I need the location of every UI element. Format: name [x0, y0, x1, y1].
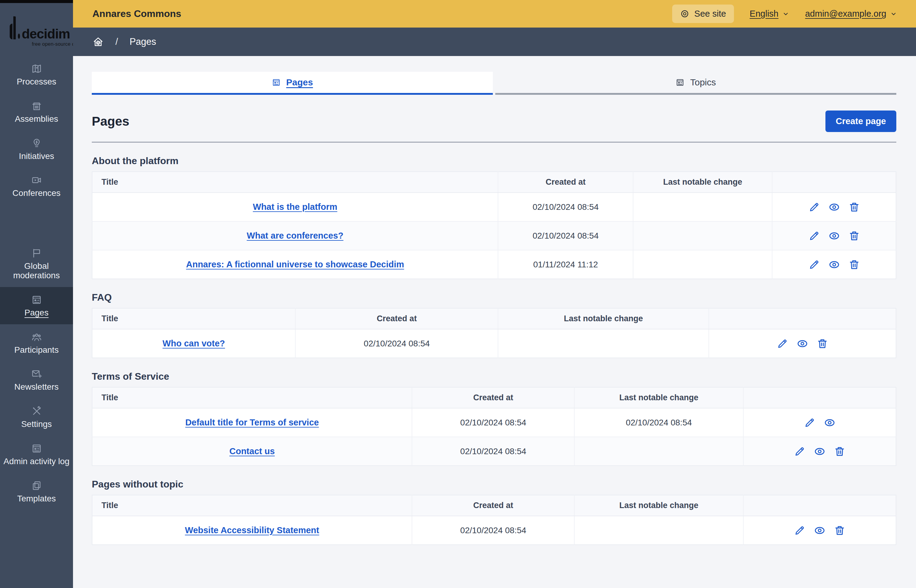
preview-button[interactable] [828, 201, 840, 213]
table-row: Who can vote? 02/10/2024 08:54 [92, 329, 896, 358]
column-header-last-notable-change: Last notable change [633, 172, 772, 192]
user-account-menu[interactable]: admin@example.org [805, 9, 897, 19]
breadcrumb: / Pages [73, 27, 916, 56]
create-page-button[interactable]: Create page [825, 110, 896, 132]
column-header-actions [709, 308, 896, 329]
edit-button[interactable] [808, 201, 820, 213]
see-site-button[interactable]: See site [672, 5, 734, 23]
home-gear-icon[interactable] [92, 36, 104, 48]
sidebar-item-conferences[interactable]: Conferences [0, 168, 73, 205]
pages-table-about-the-platform: Title Created at Last notable change Wha… [92, 171, 896, 279]
edit-button[interactable] [776, 338, 788, 350]
pages-table-faq: Title Created at Last notable change Who… [92, 308, 896, 358]
section-title-terms-of-service: Terms of Service [92, 371, 896, 382]
tab-pages[interactable]: Pages [92, 72, 493, 95]
chevron-down-icon [782, 10, 790, 18]
section-title-pages-without-topic: Pages without topic [92, 479, 896, 490]
sidebar-item-global-moderations[interactable]: Global moderations [0, 241, 73, 287]
edit-button[interactable] [808, 258, 820, 271]
column-header-created-at: Created at [295, 308, 498, 329]
edit-button[interactable] [808, 230, 820, 242]
sidebar-item-participants[interactable]: Participants [0, 324, 73, 362]
table-header-row: Title Created at Last notable change [92, 308, 896, 329]
edit-button[interactable] [794, 524, 806, 536]
organization-name: Annares Commons [92, 8, 181, 19]
last-notable-change-cell [633, 250, 772, 279]
preview-button[interactable] [828, 230, 840, 242]
language-selector[interactable]: English [750, 9, 790, 19]
sidebar-item-assemblies[interactable]: Assemblies [0, 93, 73, 131]
file-copy-icon [31, 480, 42, 491]
preview-button[interactable] [824, 417, 836, 429]
tab-topics[interactable]: Topics [495, 72, 896, 95]
table-header-row: Title Created at Last notable change [92, 387, 896, 408]
page-link[interactable]: Contact us [229, 446, 275, 456]
delete-button[interactable] [848, 230, 860, 242]
sidebar-menu-primary: Processes Assemblies Initiatives Confere… [0, 56, 73, 205]
decidim-logo[interactable]: decidim free open-source democracy [0, 3, 73, 56]
column-header-title: Title [92, 495, 412, 516]
preview-button[interactable] [814, 445, 826, 457]
decidim-admin-app: decidim free open-source democracy Proce… [0, 0, 916, 588]
table-row: Contact us 02/10/2024 08:54 [92, 437, 896, 466]
last-notable-change-cell [575, 437, 743, 466]
topbar: Annares Commons See site English admin@e… [73, 0, 916, 27]
last-notable-change-cell [633, 192, 772, 221]
logo-wordmark: decidim [22, 29, 70, 39]
column-header-created-at: Created at [412, 387, 575, 408]
table-header-row: Title Created at Last notable change [92, 495, 896, 516]
content-area: Pages Topics Pages Create page About the… [73, 56, 916, 588]
page-link[interactable]: Default title for Terms of service [185, 418, 319, 427]
logo-glyph-ascender [13, 16, 16, 39]
created-at-cell: 02/10/2024 08:54 [412, 516, 575, 545]
sidebar-item-initiatives[interactable]: Initiatives [0, 131, 73, 168]
sidebar-menu-secondary: Global moderations Pages Participants Ne… [0, 241, 73, 510]
delete-button[interactable] [833, 445, 846, 457]
article-window-icon [31, 294, 42, 305]
page-link[interactable]: Website Accessibility Statement [185, 525, 319, 535]
created-at-cell: 02/10/2024 08:54 [295, 329, 498, 358]
page-link[interactable]: Annares: A fictionnal universe to showca… [186, 260, 404, 269]
delete-button[interactable] [816, 338, 829, 350]
column-header-title: Title [92, 387, 412, 408]
edit-button[interactable] [794, 445, 806, 457]
preview-button[interactable] [796, 338, 808, 350]
article-window-icon [31, 443, 42, 454]
created-at-cell: 02/10/2024 08:54 [498, 221, 633, 250]
last-notable-change-cell: 02/10/2024 08:54 [575, 408, 743, 437]
sidebar-item-newsletters[interactable]: Newsletters [0, 361, 73, 399]
delete-button[interactable] [848, 201, 860, 213]
page-link[interactable]: What are conferences? [247, 231, 343, 241]
page-link[interactable]: What is the platform [253, 202, 337, 212]
sidebar-top-strip [0, 0, 73, 3]
delete-button[interactable] [848, 258, 860, 271]
preview-button[interactable] [828, 258, 840, 271]
page-title: Pages [92, 114, 129, 129]
last-notable-change-cell [498, 329, 709, 358]
sidebar-item-settings[interactable]: Settings [0, 399, 73, 436]
created-at-cell: 01/11/2024 11:12 [498, 250, 633, 279]
table-row: What is the platform 02/10/2024 08:54 [92, 192, 896, 221]
sidebar: decidim free open-source democracy Proce… [0, 0, 73, 588]
sidebar-item-processes[interactable]: Processes [0, 56, 73, 93]
column-header-created-at: Created at [498, 172, 633, 192]
sidebar-item-pages[interactable]: Pages [0, 287, 73, 324]
see-site-eye-icon [680, 9, 689, 18]
column-header-last-notable-change: Last notable change [575, 495, 743, 516]
people-group-icon [31, 331, 42, 342]
created-at-cell: 02/10/2024 08:54 [412, 408, 575, 437]
tools-icon [31, 406, 42, 417]
last-notable-change-cell [575, 516, 743, 545]
mail-add-icon [31, 368, 42, 380]
logo-glyph-bowl [10, 24, 13, 39]
table-row: Website Accessibility Statement 02/10/20… [92, 516, 896, 545]
delete-button[interactable] [833, 524, 846, 536]
section-title-about-the-platform: About the platform [92, 155, 896, 166]
edit-button[interactable] [804, 417, 816, 429]
created-at-cell: 02/10/2024 08:54 [498, 192, 633, 221]
page-link[interactable]: Who can vote? [163, 339, 225, 348]
topbar-actions: See site English admin@example.org [672, 5, 897, 23]
preview-button[interactable] [814, 524, 826, 536]
sidebar-item-templates[interactable]: Templates [0, 473, 73, 510]
sidebar-item-admin-activity-log[interactable]: Admin activity log [0, 436, 73, 473]
